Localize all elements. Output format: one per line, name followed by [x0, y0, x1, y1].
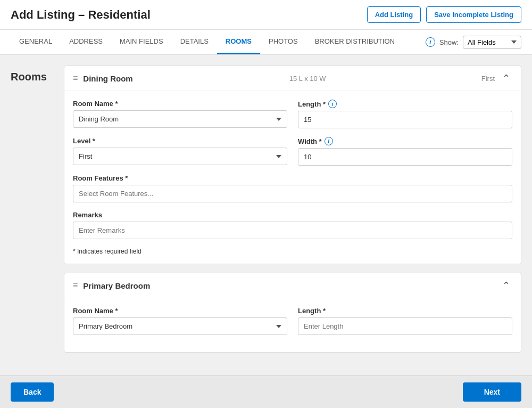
tab-main-fields[interactable]: MAIN FIELDS — [111, 30, 172, 54]
primary-bedroom-card: ≡ Primary Bedroom ⌃ Room Name * Primary … — [64, 273, 521, 353]
dining-room-card: ≡ Dining Room 15 L x 10 W First ⌃ Room N… — [64, 66, 521, 264]
save-incomplete-button[interactable]: Save Incomplete Listing — [426, 6, 521, 23]
drag-handle-icon[interactable]: ≡ — [73, 74, 78, 83]
nav-bar: GENERAL ADDRESS MAIN FIELDS DETAILS ROOM… — [0, 30, 532, 55]
add-listing-button[interactable]: Add Listing — [367, 6, 421, 23]
drag-handle-icon-2[interactable]: ≡ — [73, 281, 78, 290]
tab-address[interactable]: ADDRESS — [61, 30, 111, 54]
show-group: i Show: All Fields — [426, 31, 521, 53]
length-label: Length * i — [298, 100, 512, 108]
sidebar-label: Rooms — [11, 66, 53, 356]
page-header: Add Listing – Residential Add Listing Sa… — [0, 0, 532, 30]
dining-room-dimensions: 15 L x 10 W — [168, 75, 447, 83]
remarks-group: Remarks — [73, 211, 512, 239]
dining-room-name-group: Room Name * Dining Room Living Room Kitc… — [73, 100, 287, 128]
dining-room-collapse-button[interactable]: ⌃ — [500, 72, 512, 84]
dining-room-level: First — [452, 75, 495, 83]
remarks-input[interactable] — [73, 222, 512, 239]
level-group: Level * First Second Third Basement Lowe… — [73, 137, 287, 166]
tab-rooms[interactable]: ROOMS — [217, 30, 260, 54]
tab-photos[interactable]: PHOTOS — [260, 30, 306, 54]
width-input[interactable] — [298, 148, 512, 166]
room-features-group: Room Features * — [73, 174, 512, 202]
primary-bedroom-header: ≡ Primary Bedroom ⌃ — [64, 273, 521, 298]
remarks-label: Remarks — [73, 211, 512, 219]
room-features-label: Room Features * — [73, 174, 512, 182]
header-buttons: Add Listing Save Incomplete Listing — [367, 6, 521, 23]
primary-length-label: Length * — [298, 307, 512, 315]
dining-room-row2: Level * First Second Third Basement Lowe… — [73, 137, 512, 166]
dining-room-name: Dining Room — [83, 74, 163, 83]
level-select[interactable]: First Second Third Basement Lower Level … — [73, 148, 287, 165]
room-name-select[interactable]: Dining Room Living Room Kitchen Bedroom … — [73, 110, 287, 128]
dining-room-row4: Remarks — [73, 211, 512, 239]
primary-bedroom-body: Room Name * Primary Bedroom Dining Room … — [64, 298, 521, 352]
primary-length-group: Length * — [298, 307, 512, 335]
show-select[interactable]: All Fields — [463, 36, 521, 49]
primary-bedroom-name-group: Room Name * Primary Bedroom Dining Room … — [73, 307, 287, 335]
width-label: Width * i — [298, 137, 512, 145]
tab-details[interactable]: DETAILS — [172, 30, 217, 54]
dining-room-row1: Room Name * Dining Room Living Room Kitc… — [73, 100, 512, 128]
width-info-icon[interactable]: i — [325, 137, 333, 145]
length-group: Length * i — [298, 100, 512, 128]
length-info-icon[interactable]: i — [328, 100, 337, 108]
width-group: Width * i — [298, 137, 512, 166]
level-label: Level * — [73, 137, 287, 145]
primary-bedroom-name: Primary Bedroom — [83, 281, 163, 290]
room-name-label: Room Name * — [73, 100, 287, 108]
required-note: * Indicates required field — [73, 248, 512, 255]
page-title: Add Listing – Residential — [11, 8, 151, 22]
tab-broker-distribution[interactable]: BROKER DISTRIBUTION — [306, 30, 403, 54]
show-label: Show: — [439, 38, 459, 46]
primary-bedroom-collapse-button[interactable]: ⌃ — [500, 280, 512, 291]
tab-general[interactable]: GENERAL — [11, 30, 61, 54]
primary-room-name-label: Room Name * — [73, 307, 287, 315]
dining-room-header: ≡ Dining Room 15 L x 10 W First ⌃ — [64, 66, 521, 91]
main-content: Rooms ≡ Dining Room 15 L x 10 W First ⌃ … — [0, 55, 532, 367]
dining-room-body: Room Name * Dining Room Living Room Kitc… — [64, 91, 521, 264]
rooms-content: ≡ Dining Room 15 L x 10 W First ⌃ Room N… — [64, 66, 521, 356]
room-features-input[interactable] — [73, 185, 512, 202]
length-input[interactable] — [298, 111, 512, 128]
primary-bedroom-row1: Room Name * Primary Bedroom Dining Room … — [73, 307, 512, 335]
primary-room-name-select[interactable]: Primary Bedroom Dining Room Living Room … — [73, 317, 287, 335]
dining-room-row3: Room Features * — [73, 174, 512, 202]
nav-info-icon[interactable]: i — [426, 37, 435, 47]
primary-length-input[interactable] — [298, 317, 512, 335]
